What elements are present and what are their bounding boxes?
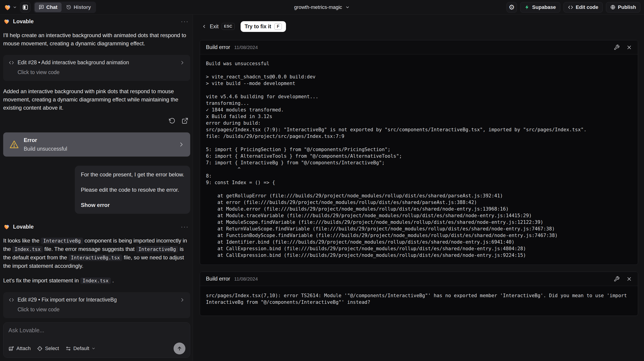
f-key-badge: F	[274, 23, 282, 30]
gear-icon: ⚙	[508, 4, 515, 11]
assistant-name: Lovable	[13, 18, 34, 25]
edit-card-29[interactable]: Edit #29 • Fix import error for Interact…	[3, 292, 190, 318]
sidebar-panel-icon	[22, 4, 28, 10]
crosshair-icon	[37, 346, 43, 352]
sliders-icon	[66, 346, 71, 352]
lovable-heart-icon	[3, 223, 10, 230]
tab-chat[interactable]: Chat	[35, 2, 62, 12]
fix-wrench-icon[interactable]	[614, 276, 620, 282]
user-message: For the code present, I get the error be…	[75, 166, 190, 214]
lovable-heart-icon	[3, 18, 10, 25]
sidebar-toggle-button[interactable]	[20, 2, 30, 12]
code-brackets-icon	[9, 297, 14, 303]
chat-input[interactable]	[8, 327, 186, 340]
attach-label: Attach	[16, 346, 30, 352]
edit-card-title: Edit #28 • Add interactive background an…	[18, 59, 129, 66]
error-card-subtitle: Build unsuccessful	[24, 146, 67, 152]
exit-button[interactable]: Exit ESC	[202, 23, 235, 30]
chat-composer: Attach Select Default	[3, 322, 190, 358]
tab-history[interactable]: History	[62, 2, 95, 12]
open-external-icon[interactable]	[182, 117, 188, 124]
edit-code-button[interactable]: Edit code	[564, 2, 603, 12]
lovable-logo-menu[interactable]	[4, 3, 17, 11]
chevron-left-icon	[202, 24, 206, 29]
workspace-header: Exit ESC Try to fix it F	[200, 19, 638, 34]
chevron-down-icon	[13, 5, 17, 9]
build-error-panel-2: Build error 11/08/2024 src/pages/Index.t…	[200, 272, 638, 316]
user-message-line: For the code present, I get the error be…	[81, 170, 184, 179]
assistant-header: Lovable ···	[3, 18, 190, 25]
chevron-right-icon	[180, 297, 185, 303]
edit-card-subtitle: Click to view code	[18, 69, 185, 75]
publish-button[interactable]: Publish	[606, 2, 640, 12]
image-attach-icon	[8, 346, 14, 352]
chat-bubble-icon	[39, 4, 44, 10]
show-error-link[interactable]: Show error	[81, 201, 184, 209]
more-options-icon[interactable]: ···	[181, 18, 190, 24]
publish-label: Publish	[618, 4, 636, 10]
supabase-button[interactable]: Supabase	[520, 2, 560, 12]
chevron-down-icon	[92, 347, 96, 351]
fix-wrench-icon[interactable]	[614, 44, 620, 50]
chat-sidebar: maybe diagramming points and when you mo…	[0, 14, 193, 361]
code-brackets-icon	[568, 4, 573, 10]
panel-header: Build error 11/08/2024	[200, 40, 638, 54]
project-name: growth-metrics-magic	[294, 4, 342, 10]
lovable-heart-icon	[4, 3, 12, 11]
arrow-up-icon	[176, 346, 182, 352]
build-error-panel-1: Build error 11/08/2024 Build was unsucce…	[200, 40, 638, 265]
settings-button[interactable]: ⚙	[506, 2, 517, 12]
supabase-label: Supabase	[532, 4, 556, 10]
inline-code: InteractiveBg.tsx	[69, 255, 122, 261]
history-icon	[66, 4, 72, 10]
edit-card-title: Edit #29 • Fix import error for Interact…	[18, 297, 117, 303]
assistant-text: Added an interactive background with pin…	[3, 87, 190, 112]
error-workspace: Exit ESC Try to fix it F Build error 11/…	[193, 14, 644, 361]
build-error-card[interactable]: Error Build unsuccessful	[3, 132, 190, 157]
chevron-right-icon	[178, 142, 184, 147]
tab-history-label: History	[74, 4, 91, 10]
send-button[interactable]	[174, 343, 186, 355]
try-to-fix-button[interactable]: Try to fix it F	[240, 21, 286, 32]
warning-triangle-icon	[9, 139, 19, 149]
mode-label: Default	[74, 346, 90, 352]
assistant-text-with-code: It looks like the InteractiveBg componen…	[3, 237, 190, 270]
assistant-header: Lovable ···	[3, 223, 190, 230]
assistant-text-with-code: Let's fix the import statement in Index.…	[3, 277, 190, 285]
error-card-title: Error	[24, 137, 67, 143]
fix-button-label: Try to fix it	[245, 23, 271, 30]
panel-title: Build error	[206, 44, 230, 50]
supabase-bolt-icon	[524, 4, 530, 10]
inline-code: InteractiveBg	[136, 246, 178, 253]
project-selector[interactable]: growth-metrics-magic	[294, 4, 350, 10]
chevron-right-icon	[180, 60, 185, 65]
build-log: Build was unsuccessful > vite_react_shad…	[206, 60, 632, 259]
inline-code: Index.tsx	[80, 278, 111, 284]
select-label: Select	[45, 346, 59, 352]
inline-code: Index.tsx	[12, 246, 43, 253]
panel-date: 11/08/2024	[234, 276, 258, 282]
esc-key-badge: ESC	[222, 23, 234, 30]
code-brackets-icon	[9, 60, 14, 65]
edit-card-subtitle: Click to view code	[18, 307, 185, 313]
mode-dropdown[interactable]: Default	[66, 346, 96, 352]
close-icon[interactable]	[626, 45, 632, 50]
attach-button[interactable]: Attach	[8, 346, 30, 352]
restore-icon[interactable]	[169, 117, 176, 124]
assistant-name: Lovable	[13, 224, 34, 230]
exit-label: Exit	[210, 23, 218, 30]
user-message-line: Please edit the code to resolve the erro…	[81, 186, 184, 194]
edit-card-28[interactable]: Edit #28 • Add interactive background an…	[3, 55, 190, 81]
panel-title: Build error	[206, 276, 230, 282]
chat-message-list[interactable]: maybe diagramming points and when you mo…	[3, 14, 190, 318]
inline-code: InteractiveBg	[41, 238, 83, 244]
chevron-down-icon	[345, 5, 350, 9]
top-bar: Chat History growth-metrics-magic ⚙ Supa…	[0, 0, 644, 14]
more-options-icon[interactable]: ···	[181, 224, 190, 230]
panel-date: 11/08/2024	[234, 45, 258, 50]
message-actions	[3, 117, 190, 124]
build-log: src/pages/Index.tsx(7,10): error TS2614:…	[206, 292, 632, 306]
select-button[interactable]: Select	[37, 346, 59, 352]
close-icon[interactable]	[626, 276, 632, 282]
panel-header: Build error 11/08/2024	[200, 272, 638, 286]
